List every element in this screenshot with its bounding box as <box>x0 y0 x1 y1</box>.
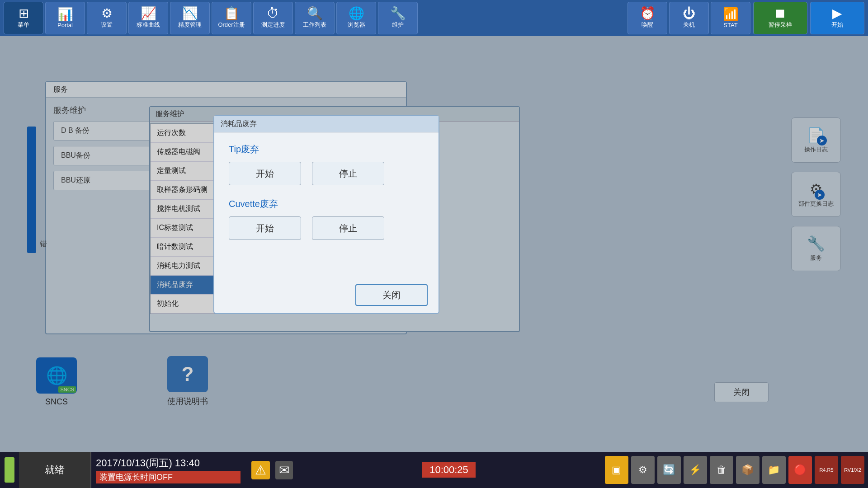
status-message: 装置电源长时间OFF <box>96 471 241 483</box>
browser-label: 浏览器 <box>348 21 365 29</box>
status-indicator <box>5 457 14 483</box>
consumable-dialog-body: Tip废弃 开始 停止 Cuvette废弃 开始 停止 <box>214 132 439 280</box>
settings-label: 设置 <box>101 21 113 29</box>
order-reg-icon: 📋 <box>224 7 240 20</box>
stat-button[interactable]: 📶 STAT <box>711 2 750 34</box>
consumable-dialog-footer: 关闭 <box>214 280 439 313</box>
precision-mgmt-label: 精度管理 <box>178 21 202 29</box>
maintenance-icon: 🔧 <box>390 7 406 20</box>
sri-8[interactable]: 🔴 <box>788 456 812 484</box>
work-list-label: 工作列表 <box>303 21 326 29</box>
precision-mgmt-button[interactable]: 📉 精度管理 <box>170 2 210 34</box>
work-list-button[interactable]: 🔍 工作列表 <box>295 2 335 34</box>
sri-8-icon: 🔴 <box>794 464 806 476</box>
cuvette-section-title: Cuvette废弃 <box>229 198 424 210</box>
portal-label: Portal <box>57 22 73 28</box>
work-list-icon: 🔍 <box>307 7 323 20</box>
wakeup-icon: ⏰ <box>640 7 656 20</box>
wakeup-label: 唤醒 <box>642 21 653 29</box>
pause-label: 暂停采样 <box>769 21 792 29</box>
menu-label: 菜单 <box>18 21 29 29</box>
settings-button[interactable]: ⚙ 设置 <box>87 2 127 34</box>
toolbar: ⊞ 菜单 📊 Portal ⚙ 设置 📈 标准曲线 📉 精度管理 📋 Order… <box>0 0 868 36</box>
menu-button[interactable]: ⊞ 菜单 <box>4 2 43 34</box>
cuvette-stop-button[interactable]: 停止 <box>312 216 384 240</box>
sri-4[interactable]: ⚡ <box>684 456 707 484</box>
main-area: 服务 服务维护 D B 备份 BBU备份 BBU还原 服务维护 运行次数 传感器… <box>0 36 868 452</box>
sri-1-icon: ▣ <box>612 464 621 476</box>
stat-label: STAT <box>723 22 737 28</box>
consumable-dialog-close-button[interactable]: 关闭 <box>355 284 428 306</box>
cuvette-start-button[interactable]: 开始 <box>229 216 301 240</box>
measure-progress-label: 测定进度 <box>261 21 285 29</box>
maintenance-button[interactable]: 🔧 维护 <box>378 2 418 34</box>
status-icons: ⚠ ✉ <box>251 461 293 479</box>
cuvette-btn-row: 开始 停止 <box>229 216 424 240</box>
wakeup-button[interactable]: ⏰ 唤醒 <box>627 2 667 34</box>
sri-9-label: R4.R5 <box>819 467 833 473</box>
datetime-line1: 2017/10/13(周五) 13:40 <box>96 456 241 470</box>
pause-icon: ⏹ <box>774 7 787 20</box>
precision-mgmt-icon: 📉 <box>182 7 198 20</box>
shutdown-icon: ⏻ <box>683 7 695 20</box>
warning-icon[interactable]: ⚠ <box>251 461 270 479</box>
tip-stop-button[interactable]: 停止 <box>312 162 384 185</box>
consumable-dialog-title: 消耗品废弃 <box>214 116 439 132</box>
shutdown-label: 关机 <box>683 21 695 29</box>
tip-btn-row: 开始 停止 <box>229 162 424 185</box>
status-right-icons: ▣ ⚙ 🔄 ⚡ 🗑 📦 📁 🔴 R4.R5 RV1/X2 <box>605 456 868 484</box>
standard-curve-icon: 📈 <box>141 7 156 20</box>
sri-2-icon: ⚙ <box>638 464 647 476</box>
shutdown-button[interactable]: ⏻ 关机 <box>669 2 709 34</box>
standard-curve-button[interactable]: 📈 标准曲线 <box>128 2 168 34</box>
settings-icon: ⚙ <box>101 7 113 20</box>
sri-5-icon: 🗑 <box>717 464 726 476</box>
sri-9[interactable]: R4.R5 <box>815 456 838 484</box>
sri-2[interactable]: ⚙ <box>631 456 655 484</box>
status-ready: 就绪 <box>19 452 91 488</box>
stat-icon: 📶 <box>723 8 739 21</box>
start-icon: ▶ <box>832 7 842 20</box>
browser-icon: 🌐 <box>349 7 364 20</box>
pause-button[interactable]: ⏹ 暂停采样 <box>753 2 807 34</box>
measure-progress-icon: ⏱ <box>267 7 279 20</box>
statusbar: 就绪 2017/10/13(周五) 13:40 装置电源长时间OFF ⚠ ✉ 1… <box>0 452 868 488</box>
sri-4-icon: ⚡ <box>689 464 701 476</box>
sri-6[interactable]: 📦 <box>736 456 760 484</box>
maintenance-label: 维护 <box>392 21 404 29</box>
sri-3[interactable]: 🔄 <box>657 456 681 484</box>
portal-icon: 📊 <box>57 8 73 21</box>
sri-1[interactable]: ▣ <box>605 456 628 484</box>
portal-button[interactable]: 📊 Portal <box>45 2 85 34</box>
tip-start-button[interactable]: 开始 <box>229 162 301 185</box>
status-time-right: 10:00:25 <box>422 462 476 478</box>
sri-10[interactable]: RV1/X2 <box>841 456 864 484</box>
start-label: 开始 <box>831 21 843 29</box>
browser-button[interactable]: 🌐 浏览器 <box>336 2 376 34</box>
sri-5[interactable]: 🗑 <box>710 456 733 484</box>
consumable-dispose-dialog: 消耗品废弃 Tip废弃 开始 停止 Cuvette废弃 开始 停止 关闭 <box>213 115 439 314</box>
sri-7-icon: 📁 <box>768 464 780 476</box>
order-reg-button[interactable]: 📋 Order注册 <box>212 2 251 34</box>
sri-10-label: RV1/X2 <box>844 467 861 473</box>
sri-7[interactable]: 📁 <box>762 456 786 484</box>
status-datetime: 2017/10/13(周五) 13:40 装置电源长时间OFF <box>96 456 241 483</box>
start-button[interactable]: ▶ 开始 <box>810 2 864 34</box>
sri-3-icon: 🔄 <box>663 464 675 476</box>
mail-icon[interactable]: ✉ <box>275 461 293 479</box>
tip-section-title: Tip废弃 <box>229 143 424 155</box>
sri-6-icon: 📦 <box>741 464 754 476</box>
standard-curve-label: 标准曲线 <box>137 21 160 29</box>
order-reg-label: Order注册 <box>218 21 245 29</box>
menu-icon: ⊞ <box>19 7 29 20</box>
measure-progress-button[interactable]: ⏱ 测定进度 <box>253 2 293 34</box>
